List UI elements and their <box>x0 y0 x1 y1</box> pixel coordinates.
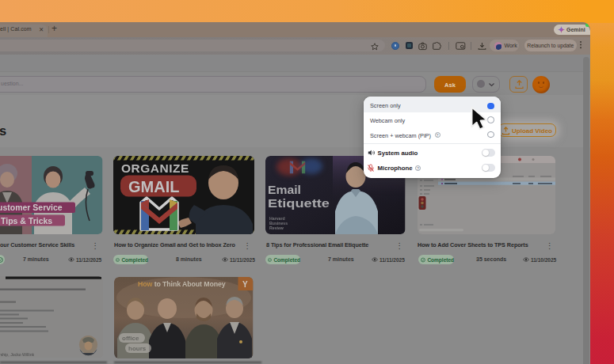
svg-text:Email: Email <box>268 183 301 196</box>
svg-text:Tips & Tricks: Tips & Tricks <box>1 215 52 225</box>
svg-text:rship, Jocko Willink: rship, Jocko Willink <box>0 352 35 357</box>
svg-text:Etiquette: Etiquette <box>268 195 330 209</box>
svg-text:ustomer Service: ustomer Service <box>0 203 63 212</box>
svg-text:GMAIL: GMAIL <box>128 178 179 195</box>
svg-text:hours: hours <box>128 345 147 352</box>
svg-text:ORGANIZE: ORGANIZE <box>121 161 189 175</box>
svg-text:Y: Y <box>242 279 248 288</box>
svg-text:office: office <box>122 335 139 342</box>
svg-text:How to Think About Money: How to Think About Money <box>138 279 226 287</box>
svg-text:Review: Review <box>269 226 284 230</box>
